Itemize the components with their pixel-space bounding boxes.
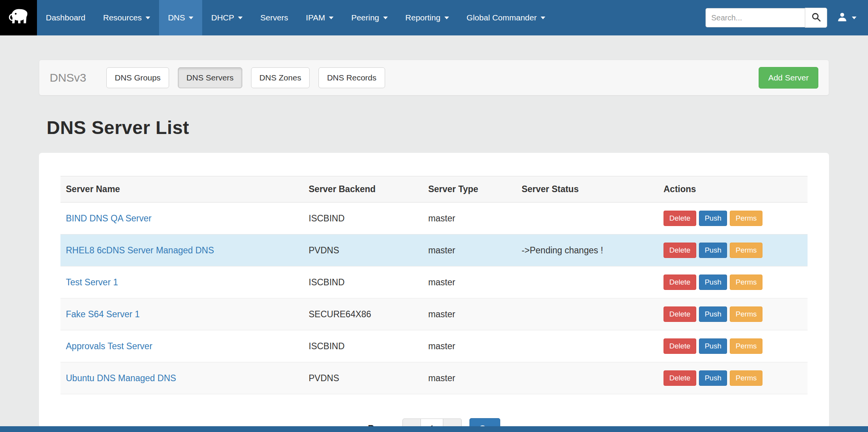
delete-button[interactable]: Delete	[664, 338, 696, 354]
nav-item-label: DHCP	[211, 13, 234, 22]
delete-button[interactable]: Delete	[664, 275, 696, 290]
server-table-body: BIND DNS QA ServerISCBINDmasterDeletePus…	[60, 203, 808, 394]
app-logo[interactable]	[0, 0, 37, 35]
table-row: Approvals Test ServerISCBINDmasterDelete…	[60, 330, 808, 362]
perms-button[interactable]: Perms	[730, 370, 762, 386]
server-name-link[interactable]: Fake S64 Server 1	[66, 309, 140, 319]
server-status-cell	[516, 266, 658, 298]
server-backend-cell: ISCBIND	[303, 266, 423, 298]
nav-item-label: Peering	[351, 13, 379, 22]
nav-item-label: Dashboard	[46, 13, 85, 22]
chevron-down-icon	[189, 17, 193, 19]
delete-button[interactable]: Delete	[664, 370, 696, 386]
nav-item-resources[interactable]: Resources	[94, 0, 159, 35]
server-status-cell	[516, 330, 658, 362]
actions-cell: DeletePushPerms	[658, 330, 808, 362]
toolbar-title: DNSv3	[50, 71, 86, 84]
header-actions: Actions	[658, 176, 808, 203]
server-name-cell: Test Server 1	[60, 266, 303, 298]
perms-button[interactable]: Perms	[730, 211, 762, 226]
server-type-cell: master	[423, 266, 516, 298]
chevron-down-icon	[383, 17, 388, 19]
nav-item-label: Resources	[103, 13, 142, 22]
page-title: DNS Server List	[47, 117, 868, 138]
chevron-down-icon	[444, 17, 449, 19]
nav-item-global-commander[interactable]: Global Commander	[458, 0, 554, 35]
nav-item-label: Servers	[260, 13, 288, 22]
server-status-cell: ->Pending changes !	[516, 234, 658, 266]
actions-cell: DeletePushPerms	[658, 266, 808, 298]
push-button[interactable]: Push	[699, 370, 727, 386]
perms-button[interactable]: Perms	[730, 275, 762, 290]
server-name-cell: BIND DNS QA Server	[60, 203, 303, 234]
table-row: Fake S64 Server 1SECURE64X86masterDelete…	[60, 298, 808, 330]
dns-section-tabs: DNS GroupsDNS ServersDNS ZonesDNS Record…	[106, 67, 394, 88]
server-status-cell	[516, 362, 658, 394]
perms-button[interactable]: Perms	[730, 338, 762, 354]
server-backend-cell: ISCBIND	[303, 203, 423, 234]
table-row: BIND DNS QA ServerISCBINDmasterDeletePus…	[60, 203, 808, 234]
server-backend-cell: SECURE64X86	[303, 298, 423, 330]
chevron-down-icon	[852, 17, 856, 19]
server-name-link[interactable]: BIND DNS QA Server	[66, 213, 151, 223]
server-name-cell: RHEL8 6cDNS Server Managed DNS	[60, 234, 303, 266]
footer-bar	[0, 426, 868, 432]
navbar-items: DashboardResourcesDNSDHCPServersIPAMPeer…	[37, 0, 554, 35]
tab-dns-records[interactable]: DNS Records	[318, 67, 385, 88]
magnifier-icon	[811, 12, 821, 24]
server-name-link[interactable]: Test Server 1	[66, 277, 118, 287]
nav-item-dhcp[interactable]: DHCP	[202, 0, 251, 35]
server-name-cell: Approvals Test Server	[60, 330, 303, 362]
dns-toolbar: DNSv3 DNS GroupsDNS ServersDNS ZonesDNS …	[39, 60, 829, 95]
delete-button[interactable]: Delete	[664, 243, 696, 258]
nav-item-servers[interactable]: Servers	[251, 0, 297, 35]
header-server-name: Server Name	[60, 176, 303, 203]
header-server-backend: Server Backend	[303, 176, 423, 203]
table-row: Test Server 1ISCBINDmasterDeletePushPerm…	[60, 266, 808, 298]
tab-dns-groups[interactable]: DNS Groups	[106, 67, 169, 88]
nav-item-label: DNS	[168, 13, 185, 22]
search-input[interactable]	[705, 8, 805, 27]
push-button[interactable]: Push	[699, 306, 727, 322]
server-type-cell: master	[423, 330, 516, 362]
server-type-cell: master	[423, 203, 516, 234]
server-type-cell: master	[423, 362, 516, 394]
top-navbar: DashboardResourcesDNSDHCPServersIPAMPeer…	[0, 0, 868, 35]
server-name-link[interactable]: Ubuntu DNS Managed DNS	[66, 373, 176, 383]
delete-button[interactable]: Delete	[664, 306, 696, 322]
server-backend-cell: PVDNS	[303, 362, 423, 394]
table-row: Ubuntu DNS Managed DNSPVDNSmasterDeleteP…	[60, 362, 808, 394]
push-button[interactable]: Push	[699, 275, 727, 290]
chevron-down-icon	[541, 17, 545, 19]
actions-cell: DeletePushPerms	[658, 234, 808, 266]
delete-button[interactable]: Delete	[664, 211, 696, 226]
server-status-cell	[516, 203, 658, 234]
push-button[interactable]: Push	[699, 243, 727, 258]
server-type-cell: master	[423, 298, 516, 330]
perms-button[interactable]: Perms	[730, 243, 762, 258]
server-name-link[interactable]: Approvals Test Server	[66, 341, 152, 351]
push-button[interactable]: Push	[699, 338, 727, 354]
search-button[interactable]	[805, 8, 827, 28]
server-type-cell: master	[423, 234, 516, 266]
header-server-type: Server Type	[423, 176, 516, 203]
person-icon	[836, 11, 848, 24]
mammoth-logo-icon	[6, 4, 31, 31]
server-name-link[interactable]: RHEL8 6cDNS Server Managed DNS	[66, 245, 214, 255]
actions-cell: DeletePushPerms	[658, 298, 808, 330]
nav-item-dashboard[interactable]: Dashboard	[37, 0, 94, 35]
nav-item-peering[interactable]: Peering	[342, 0, 396, 35]
push-button[interactable]: Push	[699, 211, 727, 226]
table-header-row: Server Name Server Backend Server Type S…	[60, 176, 808, 203]
tab-dns-servers[interactable]: DNS Servers	[178, 67, 242, 88]
user-menu[interactable]	[827, 11, 863, 24]
nav-item-reporting[interactable]: Reporting	[397, 0, 458, 35]
chevron-down-icon	[238, 17, 243, 19]
nav-item-ipam[interactable]: IPAM	[297, 0, 342, 35]
add-server-button[interactable]: Add Server	[759, 67, 818, 89]
header-server-status: Server Status	[516, 176, 658, 203]
perms-button[interactable]: Perms	[730, 306, 762, 322]
nav-item-dns[interactable]: DNS	[159, 0, 202, 35]
tab-dns-zones[interactable]: DNS Zones	[251, 67, 310, 88]
chevron-down-icon	[329, 17, 333, 19]
